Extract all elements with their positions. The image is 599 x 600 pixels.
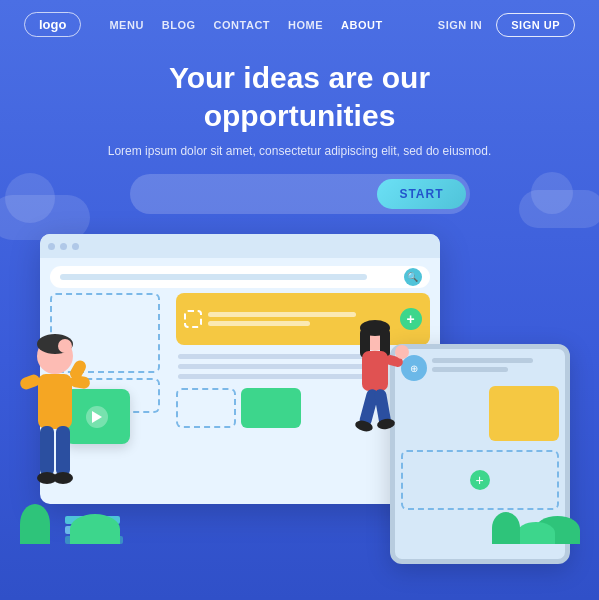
sign-up-button[interactable]: SIGN UP	[496, 13, 575, 37]
browser-bar	[40, 234, 440, 258]
tablet-yellow-wrap	[401, 386, 559, 441]
sign-in-link[interactable]: SIGN IN	[438, 19, 482, 31]
nav-menu[interactable]: MENU	[109, 19, 143, 31]
hero-section: Your ideas are our opportunities Lorem i…	[0, 49, 599, 158]
person-right-svg	[340, 314, 410, 464]
dashed-bottom-1	[176, 388, 236, 428]
svg-rect-16	[362, 351, 388, 391]
browser-search-fill	[60, 274, 368, 280]
svg-rect-9	[56, 426, 70, 476]
bush-left	[70, 514, 120, 544]
hero-title: Your ideas are our opportunities	[40, 59, 559, 134]
illustration: 🔍 +	[10, 234, 590, 544]
page: logo MENU BLOG CONTACT HOME ABOUT SIGN I…	[0, 0, 599, 600]
nav-auth: SIGN IN SIGN UP	[438, 13, 575, 37]
tablet-lines	[432, 355, 559, 372]
search-bar: START	[130, 174, 470, 214]
card-dashed-icon	[184, 310, 202, 328]
nav-links: MENU BLOG CONTACT HOME ABOUT	[109, 19, 382, 31]
svg-point-18	[395, 345, 409, 359]
svg-point-7	[58, 339, 72, 353]
nav-about[interactable]: ABOUT	[341, 19, 383, 31]
tablet-yellow-block	[489, 386, 559, 441]
browser-dot-3	[72, 243, 79, 250]
browser-dot-2	[60, 243, 67, 250]
card-line-1	[208, 312, 357, 317]
tree-left	[20, 504, 50, 544]
green-bottom-block	[241, 388, 301, 428]
browser-search-icon: 🔍	[404, 268, 422, 286]
bush-far-right	[517, 522, 555, 544]
tab-line-1	[432, 358, 534, 363]
search-input[interactable]	[144, 187, 378, 202]
browser-dot-1	[48, 243, 55, 250]
svg-point-11	[53, 472, 73, 484]
tablet-top-row: ⊕	[401, 355, 559, 381]
tablet-body: ⊕ +	[395, 349, 565, 516]
logo[interactable]: logo	[24, 12, 81, 37]
person-right	[340, 314, 410, 464]
card-line-2	[208, 321, 310, 326]
svg-rect-3	[38, 374, 72, 429]
nav-contact[interactable]: CONTACT	[214, 19, 270, 31]
tablet-dashed-box: +	[401, 450, 559, 510]
tablet-plus-btn[interactable]: +	[470, 470, 490, 490]
navbar: logo MENU BLOG CONTACT HOME ABOUT SIGN I…	[0, 0, 599, 49]
nav-blog[interactable]: BLOG	[162, 19, 196, 31]
gray-line-2	[178, 364, 366, 369]
search-bar-wrap: START	[0, 174, 599, 214]
browser-search-row: 🔍	[50, 266, 430, 288]
nav-home[interactable]: HOME	[288, 19, 323, 31]
tree-right	[492, 512, 520, 544]
start-button[interactable]: START	[377, 179, 465, 209]
hero-subtitle: Lorem ipsum dolor sit amet, consectetur …	[40, 144, 559, 158]
tab-line-2	[432, 367, 508, 372]
svg-rect-8	[40, 426, 54, 476]
